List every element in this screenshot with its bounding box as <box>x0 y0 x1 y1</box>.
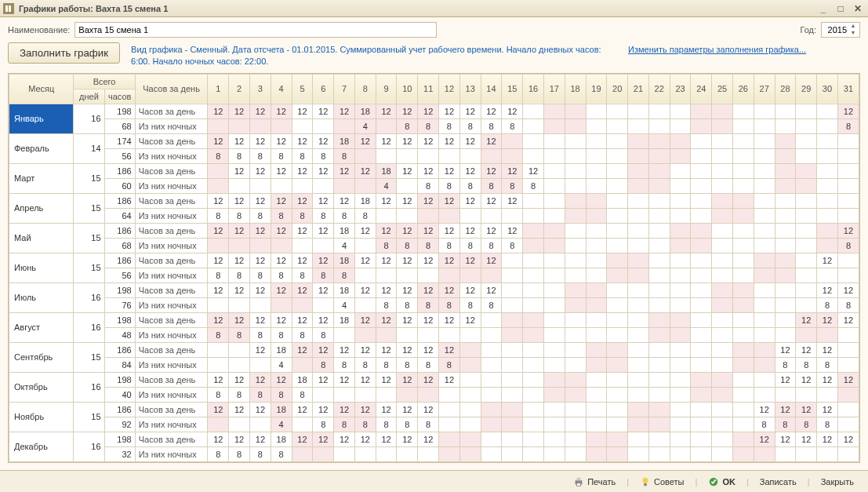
night-day-cell[interactable] <box>354 238 376 253</box>
day-cell[interactable] <box>837 133 859 148</box>
day-cell[interactable]: 12 <box>459 104 481 118</box>
day-cell[interactable] <box>775 163 796 178</box>
day-cell[interactable] <box>837 193 859 208</box>
night-day-cell[interactable] <box>817 148 838 163</box>
night-day-cell[interactable] <box>670 387 691 402</box>
day-cell[interactable]: 12 <box>208 104 229 118</box>
night-day-cell[interactable] <box>670 417 691 432</box>
night-day-cell[interactable] <box>607 417 628 432</box>
night-day-cell[interactable] <box>481 446 502 461</box>
day-cell[interactable] <box>586 372 607 387</box>
night-day-cell[interactable] <box>543 327 565 342</box>
day-cell[interactable] <box>796 163 817 178</box>
day-cell[interactable]: 12 <box>271 133 292 148</box>
night-day-cell[interactable] <box>523 268 544 282</box>
day-cell[interactable] <box>712 402 733 417</box>
day-cell[interactable]: 12 <box>229 253 250 268</box>
night-day-cell[interactable] <box>523 417 544 432</box>
night-day-cell[interactable] <box>648 148 670 163</box>
day-cell[interactable] <box>648 372 670 387</box>
year-spinner[interactable]: ▲▼ <box>821 22 860 38</box>
night-day-cell[interactable] <box>796 238 817 253</box>
day-cell[interactable] <box>732 223 754 238</box>
day-cell[interactable] <box>670 402 691 417</box>
night-day-cell[interactable] <box>670 208 691 223</box>
night-day-cell[interactable] <box>250 118 271 133</box>
day-cell[interactable]: 12 <box>271 312 292 327</box>
day-cell[interactable]: 12 <box>250 133 271 148</box>
night-day-cell[interactable] <box>229 297 250 312</box>
spin-down-icon[interactable]: ▼ <box>848 30 858 37</box>
day-cell[interactable]: 12 <box>817 342 838 357</box>
day-cell[interactable]: 12 <box>208 432 229 446</box>
night-day-cell[interactable]: 8 <box>292 268 313 282</box>
day-cell[interactable]: 12 <box>271 223 292 238</box>
day-cell[interactable]: 18 <box>376 163 397 178</box>
day-cell[interactable]: 12 <box>796 312 817 327</box>
night-day-cell[interactable]: 8 <box>817 297 838 312</box>
day-cell[interactable]: 12 <box>292 104 313 118</box>
day-cell[interactable] <box>817 163 838 178</box>
table-row[interactable]: 48Из них ночных888888 <box>9 327 859 342</box>
table-row[interactable]: Июнь15186Часов за день121212121212181212… <box>9 253 859 268</box>
day-cell[interactable] <box>691 133 712 148</box>
night-day-cell[interactable] <box>334 118 355 133</box>
day-cell[interactable] <box>439 432 460 446</box>
night-day-cell[interactable] <box>418 208 439 223</box>
night-day-cell[interactable]: 8 <box>481 118 502 133</box>
day-cell[interactable] <box>459 402 481 417</box>
day-cell[interactable]: 12 <box>397 312 418 327</box>
day-cell[interactable]: 12 <box>208 372 229 387</box>
night-day-cell[interactable] <box>292 118 313 133</box>
day-cell[interactable]: 12 <box>229 133 250 148</box>
night-day-cell[interactable] <box>712 446 733 461</box>
night-day-cell[interactable] <box>565 268 586 282</box>
night-day-cell[interactable]: 8 <box>502 238 523 253</box>
day-cell[interactable] <box>670 432 691 446</box>
night-day-cell[interactable] <box>565 357 586 372</box>
col-month[interactable]: Месяц <box>9 74 74 104</box>
night-day-cell[interactable] <box>459 387 481 402</box>
night-day-cell[interactable]: 8 <box>208 446 229 461</box>
day-cell[interactable] <box>754 253 775 268</box>
night-day-cell[interactable] <box>543 238 565 253</box>
day-cell[interactable] <box>732 104 754 118</box>
table-row[interactable]: Сентябрь15186Часов за день12181212121212… <box>9 342 859 357</box>
day-cell[interactable] <box>502 312 523 327</box>
day-cell[interactable]: 12 <box>313 342 334 357</box>
night-day-cell[interactable] <box>775 446 796 461</box>
day-cell[interactable]: 12 <box>376 133 397 148</box>
day-cell[interactable] <box>607 223 628 238</box>
night-day-cell[interactable]: 8 <box>271 208 292 223</box>
night-day-cell[interactable] <box>439 417 460 432</box>
night-day-cell[interactable] <box>543 387 565 402</box>
night-day-cell[interactable] <box>523 387 544 402</box>
day-cell[interactable] <box>523 133 544 148</box>
day-cell[interactable] <box>648 193 670 208</box>
day-cell[interactable]: 12 <box>397 432 418 446</box>
night-day-cell[interactable] <box>354 297 376 312</box>
night-day-cell[interactable] <box>817 327 838 342</box>
night-day-cell[interactable]: 8 <box>418 238 439 253</box>
night-day-cell[interactable] <box>292 238 313 253</box>
night-day-cell[interactable]: 8 <box>250 387 271 402</box>
spin-up-icon[interactable]: ▲ <box>848 23 858 30</box>
day-cell[interactable]: 12 <box>481 282 502 297</box>
day-cell[interactable]: 12 <box>459 163 481 178</box>
night-day-cell[interactable] <box>754 327 775 342</box>
night-day-cell[interactable] <box>586 357 607 372</box>
night-day-cell[interactable] <box>334 446 355 461</box>
night-day-cell[interactable] <box>670 297 691 312</box>
day-cell[interactable]: 12 <box>271 372 292 387</box>
day-cell[interactable]: 18 <box>292 372 313 387</box>
night-day-cell[interactable] <box>628 327 649 342</box>
day-cell[interactable]: 12 <box>837 372 859 387</box>
night-day-cell[interactable] <box>628 238 649 253</box>
day-cell[interactable] <box>648 133 670 148</box>
night-day-cell[interactable]: 8 <box>418 178 439 193</box>
day-cell[interactable] <box>459 432 481 446</box>
night-day-cell[interactable] <box>502 268 523 282</box>
night-day-cell[interactable] <box>837 178 859 193</box>
night-day-cell[interactable] <box>732 387 754 402</box>
night-day-cell[interactable]: 8 <box>817 417 838 432</box>
